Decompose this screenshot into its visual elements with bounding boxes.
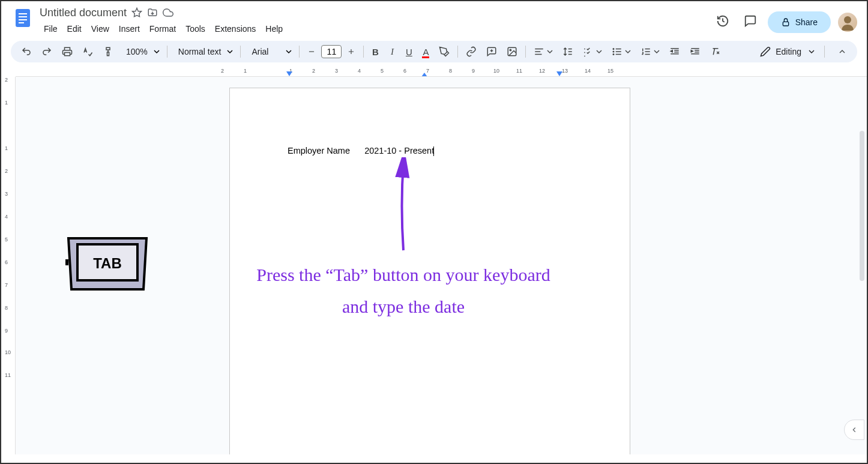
svg-text:TAB: TAB	[93, 255, 122, 271]
svg-point-7	[844, 16, 851, 23]
paint-format-button[interactable]	[98, 43, 118, 60]
italic-button[interactable]: I	[384, 43, 400, 60]
svg-rect-4	[19, 22, 24, 23]
add-comment-button[interactable]	[482, 43, 501, 60]
annotation-text: Press the “Tab” button on your keyboard …	[256, 259, 550, 322]
line-spacing-button[interactable]	[558, 43, 577, 60]
menu-format[interactable]: Format	[145, 22, 180, 36]
numbered-list-button[interactable]	[636, 43, 664, 60]
scrollbar-thumb[interactable]	[860, 131, 864, 281]
font-dropdown[interactable]: Arial	[244, 44, 295, 59]
indent-marker-left-icon[interactable]	[286, 71, 293, 77]
svg-rect-6	[783, 22, 788, 26]
separator	[299, 46, 300, 58]
chevron-down-icon	[154, 49, 160, 55]
document-text-left: Employer Name	[288, 146, 350, 155]
undo-button[interactable]	[17, 43, 36, 60]
spellcheck-button[interactable]	[78, 43, 97, 60]
insert-image-button[interactable]	[502, 43, 522, 60]
separator	[525, 46, 526, 58]
svg-point-15	[613, 54, 615, 55]
bold-button[interactable]: B	[367, 43, 383, 60]
cloud-status-icon[interactable]	[163, 7, 173, 18]
text-cursor	[433, 146, 434, 156]
move-icon[interactable]	[147, 7, 158, 18]
svg-point-14	[613, 51, 615, 52]
increase-indent-button[interactable]	[686, 43, 705, 60]
menu-edit[interactable]: Edit	[63, 22, 86, 36]
history-icon[interactable]	[713, 11, 733, 34]
avatar[interactable]	[838, 13, 857, 32]
separator	[167, 46, 167, 58]
star-icon[interactable]	[131, 7, 142, 18]
docs-logo-icon[interactable]	[11, 6, 35, 30]
styles-dropdown[interactable]: Normal text	[171, 44, 237, 59]
svg-point-13	[613, 49, 615, 50]
indent-marker-right-icon[interactable]	[556, 71, 563, 77]
annotation-tab-key-illustration: TAB	[62, 229, 152, 304]
decrease-font-button[interactable]	[303, 43, 320, 60]
menu-view[interactable]: View	[87, 22, 113, 36]
bulleted-list-button[interactable]	[607, 43, 635, 60]
redo-button[interactable]	[37, 43, 56, 60]
insert-link-button[interactable]	[462, 43, 481, 60]
menu-file[interactable]: File	[40, 22, 62, 36]
menu-bar: File Edit View Insert Format Tools Exten…	[40, 22, 713, 36]
chevron-down-icon	[809, 49, 815, 55]
editing-label: Editing	[776, 47, 801, 56]
checklist-button[interactable]	[579, 43, 606, 60]
underline-button[interactable]: U	[401, 43, 417, 60]
chevron-down-icon	[286, 49, 292, 55]
chevron-down-icon	[547, 49, 553, 55]
collapse-toolbar-button[interactable]	[833, 43, 851, 60]
menu-extensions[interactable]: Extensions	[211, 22, 260, 36]
svg-rect-0	[16, 9, 30, 27]
highlight-button[interactable]	[435, 43, 454, 60]
svg-rect-1	[19, 13, 27, 14]
clear-formatting-button[interactable]	[706, 43, 725, 60]
increase-font-button[interactable]	[343, 43, 360, 60]
share-label: Share	[795, 17, 818, 27]
separator	[363, 46, 364, 58]
chevron-down-icon	[625, 49, 631, 55]
tab-stop-icon[interactable]	[421, 73, 427, 77]
menu-insert[interactable]: Insert	[115, 22, 144, 36]
menu-help[interactable]: Help	[261, 22, 287, 36]
pencil-icon	[760, 46, 771, 57]
decrease-indent-button[interactable]	[665, 43, 684, 60]
explore-button[interactable]	[844, 420, 864, 440]
svg-rect-3	[19, 19, 27, 20]
lock-icon	[781, 17, 791, 27]
chevron-down-icon	[227, 49, 233, 55]
chevron-down-icon	[596, 49, 602, 55]
ruler-horizontal[interactable]: 2 1 1 2 3 4 5 6 7 8 9 10 11 12 13 14 15	[16, 67, 867, 77]
separator	[824, 46, 825, 58]
separator	[457, 46, 458, 58]
document-title[interactable]: Untitled document	[40, 7, 127, 19]
svg-rect-32	[65, 259, 68, 265]
annotation-arrow	[385, 157, 421, 253]
align-button[interactable]	[529, 43, 557, 60]
text-color-indicator	[422, 56, 429, 58]
share-button[interactable]: Share	[768, 11, 831, 33]
comments-icon[interactable]	[740, 11, 761, 34]
ruler-vertical[interactable]: 2 1 1 2 3 4 5 6 7 8 9 10 11	[1, 77, 16, 454]
toolbar: 100% Normal text Arial 11 B I U A Editin…	[11, 41, 857, 62]
separator	[240, 46, 241, 58]
menu-tools[interactable]: Tools	[181, 22, 209, 36]
zoom-dropdown[interactable]: 100%	[119, 44, 163, 59]
chevron-down-icon	[654, 49, 660, 55]
print-button[interactable]	[58, 43, 77, 60]
svg-marker-5	[133, 8, 142, 17]
svg-point-9	[510, 49, 511, 50]
editing-mode-button[interactable]: Editing	[754, 44, 821, 59]
text-color-button[interactable]: A	[418, 43, 433, 60]
font-size-input[interactable]: 11	[321, 45, 342, 58]
document-text-right: 2021-10 - Present	[364, 146, 434, 155]
svg-rect-2	[19, 16, 27, 17]
